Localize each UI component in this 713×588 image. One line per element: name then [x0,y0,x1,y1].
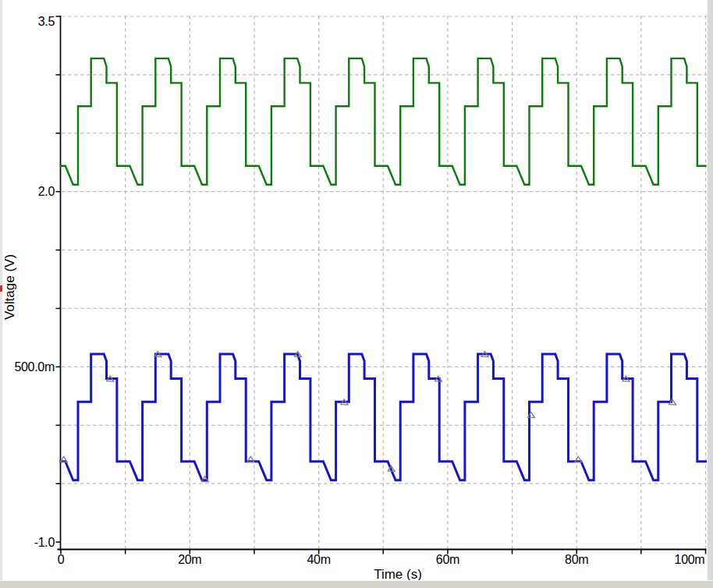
y-tick-label: 3.5 [38,15,55,28]
x-tick-label: 40m [307,553,330,566]
x-tick-label: 0 [58,553,65,566]
green-trace [61,58,706,185]
window-border-right [707,0,713,588]
y-tick-label: 2.0 [38,185,55,198]
x-tick-label: 60m [436,553,459,566]
y-tick-label: -1.0 [34,536,55,549]
waveform-plot: 020m40m60m80m100m3.52.0500.0m-1.0 Time (… [0,0,713,588]
axis-layer [56,16,707,554]
x-tick-label: 20m [178,553,201,566]
data-point-marker [669,399,676,405]
trace-markers [60,352,676,482]
grapher-window: 020m40m60m80m100m3.52.0500.0m-1.0 Time (… [0,0,713,588]
red-edge-mark [0,285,2,292]
window-border-bottom [0,580,713,588]
x-tick-label: 80m [565,553,588,566]
x-tick-label: 100m [675,553,705,566]
y-tick-label: 500.0m [14,360,55,374]
y-axis-title: Voltage (V) [2,254,17,320]
window-border-left [0,0,2,588]
grid-layer [62,16,707,549]
